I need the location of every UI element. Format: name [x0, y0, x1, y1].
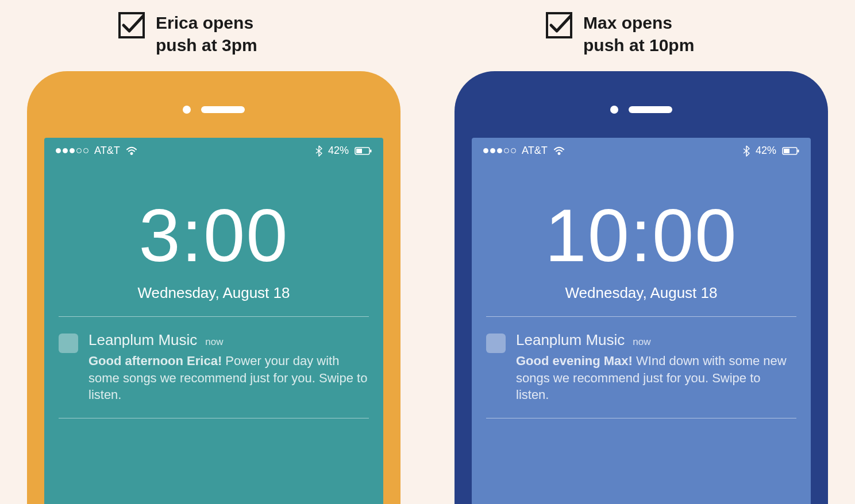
phone-frame-max: AT&T	[455, 71, 828, 504]
phone-top-hardware	[44, 106, 383, 114]
status-left: AT&T	[56, 145, 137, 157]
notification-content: Leanplum Music now Good afternoon Erica!…	[88, 331, 369, 404]
notification-app-name: Leanplum Music	[88, 331, 197, 349]
caption-max: Max opens push at 10pm	[545, 11, 694, 56]
caption-text: Erica opens push at 3pm	[156, 11, 257, 56]
svg-point-6	[558, 152, 560, 154]
phone-speaker-icon	[201, 106, 245, 113]
divider	[59, 418, 369, 418]
caption-erica: Erica opens push at 3pm	[118, 11, 257, 56]
divider	[59, 316, 369, 317]
lock-screen-date: Wednesday, August 18	[472, 284, 811, 302]
wifi-icon	[553, 146, 565, 156]
notification-body: Good evening Max! WInd down with some ne…	[516, 352, 796, 404]
status-right: 42%	[743, 145, 799, 157]
lock-screen-date: Wednesday, August 18	[44, 284, 383, 302]
battery-icon	[355, 147, 372, 155]
phone-camera-icon	[183, 106, 191, 114]
signal-strength-icon	[56, 148, 88, 153]
checkbox-checked-icon	[545, 11, 573, 39]
push-notification[interactable]: Leanplum Music now Good evening Max! WIn…	[486, 331, 796, 404]
notification-header: Leanplum Music now	[516, 331, 796, 349]
svg-rect-9	[798, 149, 799, 152]
column-erica: Erica opens push at 3pm	[17, 11, 410, 504]
column-max: Max opens push at 10pm	[445, 11, 838, 504]
divider	[486, 418, 796, 418]
phone-screen-max: AT&T	[472, 138, 811, 504]
bluetooth-icon	[315, 145, 322, 157]
push-notification[interactable]: Leanplum Music now Good afternoon Erica!…	[59, 331, 369, 404]
notification-body: Good afternoon Erica! Power your day wit…	[88, 352, 369, 404]
wifi-icon	[126, 146, 137, 156]
phone-frame-erica: AT&T	[27, 71, 400, 504]
status-bar: AT&T	[472, 138, 811, 164]
phone-screen-erica: AT&T	[44, 138, 383, 504]
phone-speaker-icon	[629, 106, 672, 113]
divider	[486, 316, 796, 317]
notification-app-name: Leanplum Music	[516, 331, 625, 349]
checkbox-checked-icon	[118, 11, 145, 39]
notification-header: Leanplum Music now	[88, 331, 369, 349]
battery-percent: 42%	[328, 145, 349, 157]
signal-strength-icon	[483, 148, 516, 153]
phone-camera-icon	[610, 106, 618, 114]
lock-screen-time: 10:00	[472, 198, 811, 273]
notification-content: Leanplum Music now Good evening Max! WIn…	[516, 331, 796, 404]
notification-when: now	[633, 336, 650, 348]
svg-rect-4	[370, 149, 372, 152]
caption-text: Max opens push at 10pm	[583, 11, 694, 56]
carrier-label: AT&T	[522, 145, 548, 157]
phone-top-hardware	[472, 106, 811, 114]
notification-when: now	[205, 336, 223, 348]
notification-body-bold: Good evening Max!	[516, 354, 633, 368]
lock-screen-time: 3:00	[44, 198, 383, 273]
bluetooth-icon	[743, 145, 750, 157]
svg-point-1	[130, 152, 133, 154]
diagram-container: Erica opens push at 3pm	[0, 0, 855, 504]
svg-rect-8	[784, 149, 789, 153]
notification-body-bold: Good afternoon Erica!	[88, 354, 222, 368]
notification-app-icon	[486, 334, 506, 353]
status-right: 42%	[315, 145, 372, 157]
svg-rect-3	[356, 149, 362, 153]
notification-app-icon	[59, 334, 78, 353]
battery-percent: 42%	[756, 145, 776, 157]
battery-icon	[782, 147, 799, 155]
carrier-label: AT&T	[94, 145, 120, 157]
status-bar: AT&T	[44, 138, 383, 164]
status-left: AT&T	[483, 145, 565, 157]
